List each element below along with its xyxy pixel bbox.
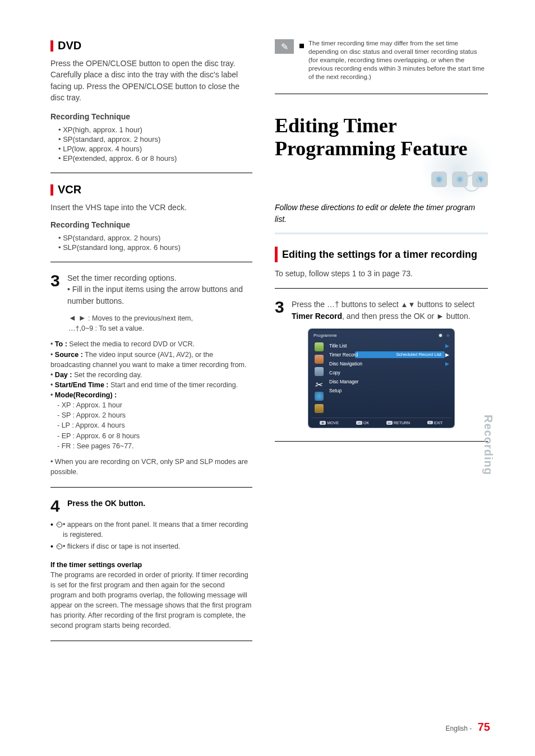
osd-footer: ✥MOVE ⏎OK ↩RETURN ⎋EXIT: [311, 418, 451, 425]
left-right-arrows: ◄ ►: [68, 313, 86, 322]
chevron-right-icon: ▶: [445, 343, 449, 349]
list-item: SP(standard, approx. 2 hours): [58, 234, 252, 242]
exit-key-icon: ⎋: [427, 421, 433, 424]
divider: [50, 641, 252, 641]
dvd-section-heading: DVD: [50, 39, 252, 52]
indicator-row: • ⏲ • flickers if disc or tape is not in…: [50, 542, 252, 552]
note-icon: ✎: [275, 39, 294, 54]
disc-navigation-icon: [315, 367, 324, 376]
timer-record-icon: [315, 355, 324, 364]
title-line-1: Editing Timer: [275, 114, 397, 137]
osd-row: Disc Navigation ▶: [328, 359, 442, 368]
osd-row: Disc Manager: [328, 377, 442, 386]
vcr-body-text: Insert the VHS tape into the VCR deck.: [50, 202, 252, 213]
vcr-label: VCR: [58, 183, 81, 196]
divider: [275, 288, 488, 289]
return-key-icon: ↩: [386, 421, 393, 425]
osd-indicator: ○: [446, 333, 449, 338]
fields-block: • To : Select the media to record DVD or…: [50, 339, 252, 451]
overlap-text: The programs are recorded in order of pr…: [50, 570, 252, 631]
overlap-heading: If the timer settings overlap: [50, 560, 252, 570]
disc-manager-icon: [315, 392, 324, 401]
divider: [50, 262, 252, 262]
feature-title: Editing Timer Programming Feature: [275, 104, 488, 202]
chevron-right-icon: ▶: [445, 361, 449, 367]
copy-icon: ✂: [315, 379, 324, 388]
dvd-body-text: Press the OPEN/CLOSE button to open the …: [50, 58, 252, 103]
accent-divider: [275, 233, 488, 234]
timer-dot-icon: [439, 334, 442, 337]
dvd-label: DVD: [58, 39, 81, 52]
red-bar: [275, 247, 278, 262]
note-bullet: [299, 44, 304, 48]
vcr-rec-tech-label: Recording Technique: [50, 219, 252, 230]
list-item: SLP(standard long, approx. 6 hours): [58, 243, 252, 252]
note-text: The timer recording time may differ from…: [308, 39, 488, 81]
right-arrow-icon: ►: [436, 312, 444, 321]
list-item: SP(standard, approx. 2 hours): [58, 135, 252, 143]
vcr-mode-note: • When you are recording on VCR, only SP…: [50, 457, 252, 477]
clock-icon: • ⏲: [50, 520, 63, 529]
move-key-icon: ✥: [320, 421, 326, 425]
dvd-rec-tech-label: Recording Technique: [50, 111, 252, 122]
step-3: 3 Set the timer recording options. • Fil…: [50, 272, 252, 307]
osd-row: Copy: [328, 368, 442, 377]
page-number: English - 75: [446, 721, 490, 734]
step-number: 3: [50, 272, 67, 307]
step-number: 3: [275, 299, 292, 322]
sub-heading-text: Editing the settings for a timer recordi…: [282, 249, 477, 261]
ok-key-icon: ⏎: [356, 421, 362, 425]
right-column: ✎ The timer recording time may differ fr…: [275, 39, 488, 452]
clock-icon: • ⏲: [50, 542, 63, 551]
osd-menu-illustration: Programme ○ ✂ Title List: [308, 329, 454, 428]
setup-icon: [315, 404, 324, 413]
step-4: 4 Press the OK button.: [50, 498, 252, 514]
step3-movements: ◄ ► : Moves to the previous/next item, ……: [50, 312, 252, 333]
divider: [275, 441, 488, 442]
divider: [50, 487, 252, 488]
list-item: LP(low, approx. 4 hours): [58, 145, 252, 153]
osd-sidebar-icons: ✂: [311, 340, 327, 415]
osd-row: Setup: [328, 386, 442, 395]
section-tab: Recording: [482, 415, 495, 475]
red-bar: [50, 184, 53, 196]
divider: [275, 94, 488, 94]
red-bar: [50, 40, 53, 52]
sub-body: To setup, follow steps 1 to 3 in page 73…: [275, 268, 488, 279]
step3-line2: • Fill in the input items using the arro…: [67, 285, 243, 305]
left-column: DVD Press the OPEN/CLOSE button to open …: [50, 39, 252, 651]
step-number: 4: [50, 498, 67, 514]
note-box: ✎ The timer recording time may differ fr…: [275, 39, 488, 81]
divider: [50, 173, 252, 173]
step-3-right: 3 Press the …† buttons to select ▲▼ butt…: [275, 299, 488, 322]
osd-title: Programme: [313, 333, 337, 338]
osd-row: Title List ▶: [328, 341, 442, 350]
vcr-section-heading: VCR: [50, 183, 252, 196]
subsection-heading: Editing the settings for a timer recordi…: [275, 247, 488, 262]
osd-row-highlighted: Timer Record Scheduled Record List ▶: [328, 350, 442, 359]
chevron-right-icon: ▶: [445, 352, 449, 358]
step3-line1: Set the timer recording options.: [67, 273, 177, 282]
indicator-row: • ⏲ • appears on the front panel. It mea…: [50, 520, 252, 540]
title-list-icon: [315, 342, 324, 351]
list-item: XP(high, approx. 1 hour): [58, 126, 252, 134]
list-item: EP(extended, approx. 6 or 8 hours): [58, 154, 252, 163]
dvd-tech-mode-list: XP(high, approx. 1 hour) SP(standard, ap…: [50, 126, 252, 163]
title-line-2: Programming Feature: [275, 137, 468, 160]
vcr-tech-mode-list: SP(standard, approx. 2 hours) SLP(standa…: [50, 234, 252, 252]
lead-text: Follow these directions to edit or delet…: [275, 202, 488, 225]
